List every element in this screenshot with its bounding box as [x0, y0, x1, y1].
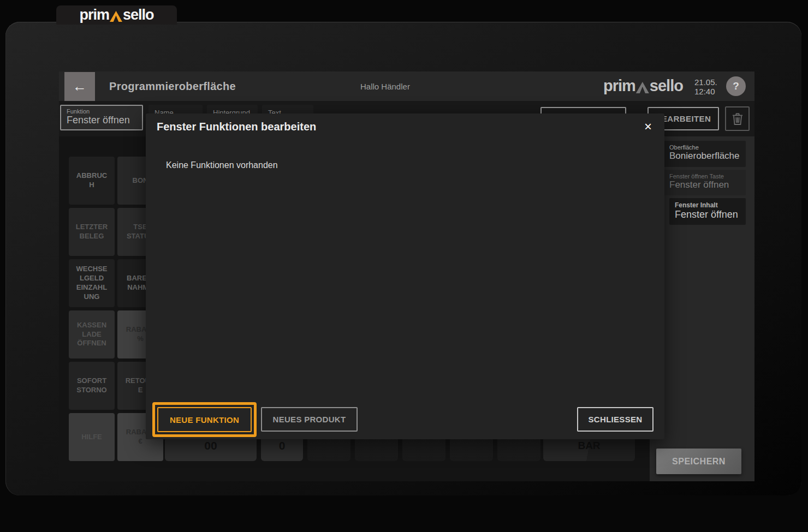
logo-text-prefix: prim	[603, 78, 635, 94]
oberflaeche-value: Bonieroberfläche	[669, 151, 746, 162]
close-button[interactable]: ×	[639, 118, 657, 135]
oberflaeche-field[interactable]: Oberfläche Bonieroberfläche	[664, 141, 746, 167]
question-mark-icon: ?	[733, 80, 739, 92]
back-button[interactable]: ←	[64, 72, 95, 101]
speichern-button[interactable]: SPEICHERN	[656, 449, 741, 474]
logo-text-suffix: sello	[650, 78, 683, 94]
date-text: 21.05.	[694, 77, 717, 87]
back-arrow-icon: ←	[73, 78, 87, 95]
grid-button-wechselgeld-einzahlung[interactable]: WECHSE LGELD EINZAHL UNG	[69, 259, 115, 307]
inhalt-value: Fenster öffnen	[675, 209, 746, 220]
neue-funktion-button[interactable]: NEUE FUNKTION	[157, 407, 252, 432]
logo-text-suffix: sello	[123, 8, 154, 22]
empty-state-message: Keine Funktionen vorhanden	[166, 160, 278, 170]
taste-label: Fenster öffnen Taste	[669, 173, 746, 180]
fenster-inhalt-field[interactable]: Fenster Inhalt Fenster öffnen	[669, 198, 746, 225]
delete-button[interactable]	[725, 106, 750, 131]
funktion-select[interactable]: Funktion Fenster öffnen	[60, 105, 143, 130]
schliessen-button[interactable]: SCHLIESSEN	[577, 407, 653, 432]
header-logo: primsello	[603, 78, 683, 94]
fenster-oeffnen-taste-field[interactable]: Fenster öffnen Taste Fenster öffnen	[664, 170, 746, 195]
trash-icon	[732, 112, 744, 125]
funktion-value: Fenster öffnen	[67, 115, 136, 126]
greeting-text: Hallo Händler	[360, 82, 410, 91]
grid-button-hilfe[interactable]: HILFE	[69, 413, 115, 461]
app-logo-tab: primsello	[56, 5, 177, 25]
inhalt-label: Fenster Inhalt	[675, 201, 746, 209]
logo-text-prefix: prim	[79, 8, 109, 22]
oberflaeche-label: Oberfläche	[669, 144, 746, 151]
primasello-logo: primsello	[79, 8, 153, 22]
grid-button-letzter-beleg[interactable]: LETZTER BELEG	[69, 208, 115, 256]
funktion-label: Funktion	[67, 108, 136, 115]
grid-button-abbruch[interactable]: ABBRUC H	[69, 157, 115, 205]
page-title: Programmieroberfläche	[109, 80, 236, 93]
grid-button-kassenlade-oeffnen[interactable]: KASSEN LADE ÖFFNEN	[69, 310, 115, 358]
help-button[interactable]: ?	[726, 76, 746, 96]
fenster-funktionen-dialog: Fenster Funktionen bearbeiten × Keine Fu…	[146, 113, 664, 439]
taste-value: Fenster öffnen	[669, 180, 746, 190]
tutorial-highlight-ring: NEUE FUNKTION	[152, 402, 257, 437]
neues-produkt-button[interactable]: NEUES PRODUKT	[261, 407, 358, 432]
close-icon: ×	[644, 119, 652, 134]
datetime-display: 21.05. 12:40	[694, 77, 717, 97]
logo-triangle-icon	[636, 82, 649, 93]
time-text: 12:40	[694, 87, 717, 96]
grid-button-sofort-storno[interactable]: SOFORT STORNO	[69, 362, 115, 410]
dialog-title: Fenster Funktionen bearbeiten	[157, 121, 316, 133]
logo-triangle-icon	[110, 11, 122, 22]
